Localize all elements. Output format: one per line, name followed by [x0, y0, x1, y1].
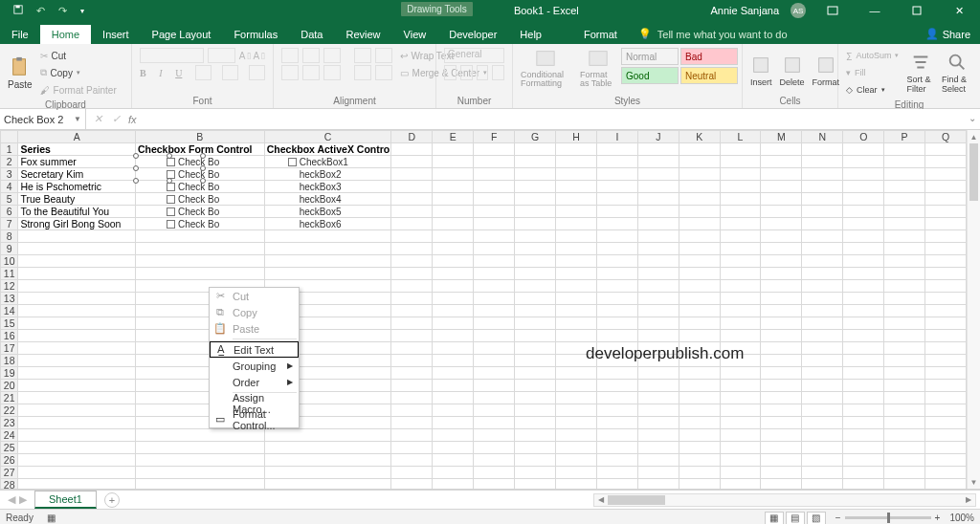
cell[interactable] — [720, 168, 761, 181]
cell[interactable] — [433, 255, 474, 268]
cell[interactable] — [720, 417, 761, 429]
cell[interactable] — [679, 218, 720, 230]
cell[interactable] — [515, 243, 556, 255]
cell[interactable]: heckBox3 — [264, 181, 391, 193]
row-header[interactable]: 27 — [1, 467, 18, 479]
cell[interactable] — [925, 143, 967, 156]
cell[interactable] — [802, 404, 843, 417]
cell[interactable] — [391, 193, 433, 206]
cell[interactable] — [843, 330, 884, 342]
cell[interactable] — [433, 417, 474, 429]
cell[interactable] — [264, 442, 391, 454]
cell[interactable] — [391, 429, 433, 442]
activex-checkbox[interactable]: heckBox3 — [300, 182, 390, 192]
close-icon[interactable]: ✕ — [944, 0, 974, 21]
vertical-scrollbar[interactable]: ▲ ▼ — [967, 130, 980, 489]
activex-checkbox[interactable]: heckBox5 — [300, 207, 390, 217]
column-header[interactable]: A — [18, 131, 136, 143]
cell[interactable] — [925, 193, 967, 206]
cell[interactable] — [761, 255, 802, 268]
cell[interactable] — [391, 442, 433, 454]
cell[interactable] — [679, 305, 720, 317]
cell[interactable] — [925, 280, 967, 293]
cell[interactable] — [391, 293, 433, 305]
underline-button[interactable]: U — [175, 68, 182, 78]
cell[interactable] — [596, 181, 637, 193]
cell[interactable] — [18, 317, 136, 330]
cell[interactable] — [556, 268, 597, 280]
cell[interactable] — [884, 255, 925, 268]
cell[interactable] — [679, 268, 720, 280]
cell[interactable] — [18, 280, 136, 293]
cell[interactable] — [637, 392, 679, 404]
cell[interactable] — [925, 168, 967, 181]
cell[interactable] — [761, 168, 802, 181]
cell[interactable] — [925, 355, 967, 367]
cell[interactable] — [761, 467, 802, 479]
cell[interactable] — [720, 367, 761, 380]
cell[interactable] — [843, 355, 884, 367]
cell[interactable] — [925, 442, 967, 454]
cell[interactable] — [264, 454, 391, 467]
tab-help[interactable]: Help — [508, 25, 553, 44]
cell[interactable] — [802, 392, 843, 404]
cell[interactable] — [884, 429, 925, 442]
column-header[interactable]: G — [515, 131, 556, 143]
column-header[interactable]: L — [720, 131, 761, 143]
cell[interactable] — [925, 206, 967, 218]
cell[interactable] — [843, 243, 884, 255]
cell[interactable] — [843, 305, 884, 317]
cell[interactable] — [596, 243, 637, 255]
cell[interactable] — [433, 454, 474, 467]
cell[interactable] — [391, 380, 433, 392]
cell[interactable] — [843, 143, 884, 156]
cell[interactable] — [135, 230, 264, 243]
cell[interactable] — [884, 305, 925, 317]
cell[interactable] — [135, 255, 264, 268]
row-header[interactable]: 2 — [1, 156, 18, 168]
cell[interactable] — [596, 454, 637, 467]
cell[interactable] — [556, 243, 597, 255]
save-icon[interactable] — [13, 5, 23, 16]
cell[interactable] — [925, 255, 967, 268]
cell[interactable] — [135, 243, 264, 255]
cell[interactable] — [596, 404, 637, 417]
cell[interactable] — [556, 143, 597, 156]
cell[interactable] — [18, 479, 136, 491]
cell[interactable] — [802, 305, 843, 317]
cell[interactable] — [720, 305, 761, 317]
cell[interactable] — [556, 181, 597, 193]
cell[interactable] — [802, 417, 843, 429]
cells-insert[interactable]: Insert — [746, 46, 776, 96]
cell[interactable] — [18, 268, 136, 280]
view-normal-icon[interactable]: ▦ — [765, 512, 784, 525]
cell[interactable]: True Beauty — [18, 193, 136, 206]
cell[interactable] — [18, 342, 136, 355]
cell[interactable] — [637, 467, 679, 479]
cell[interactable] — [761, 380, 802, 392]
cell[interactable] — [637, 429, 679, 442]
cell[interactable] — [884, 442, 925, 454]
column-header[interactable]: F — [474, 131, 515, 143]
cell[interactable] — [515, 181, 556, 193]
cell[interactable] — [135, 467, 264, 479]
cell[interactable] — [679, 293, 720, 305]
row-header[interactable]: 20 — [1, 380, 18, 392]
scroll-left-icon[interactable]: ◀ — [594, 494, 608, 506]
cell[interactable] — [556, 280, 597, 293]
row-header[interactable]: 10 — [1, 255, 18, 268]
add-sheet-button[interactable]: + — [104, 492, 120, 508]
column-header[interactable]: I — [596, 131, 637, 143]
tab-format[interactable]: Format — [572, 25, 629, 44]
cell[interactable] — [596, 218, 637, 230]
user-name[interactable]: Annie Sanjana — [710, 5, 779, 16]
bold-button[interactable]: B — [140, 68, 146, 78]
cell[interactable]: Check Bo — [135, 218, 264, 230]
cell[interactable] — [720, 429, 761, 442]
activex-checkbox[interactable]: heckBox6 — [300, 219, 390, 229]
activex-checkbox[interactable]: CheckBox1 — [288, 157, 390, 167]
cell[interactable] — [679, 479, 720, 491]
cell[interactable] — [18, 467, 136, 479]
cell[interactable] — [925, 342, 967, 355]
cell[interactable]: Check Bo — [135, 193, 264, 206]
